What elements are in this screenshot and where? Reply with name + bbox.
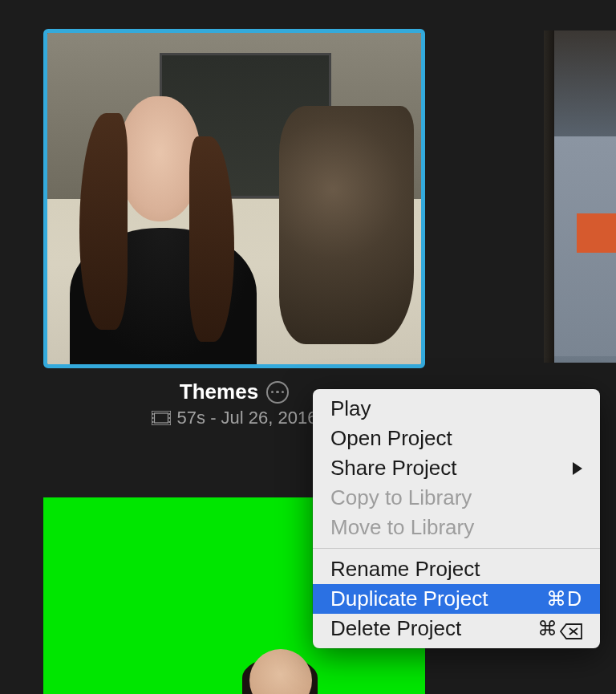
menu-shortcut: ⌘ — [537, 617, 582, 640]
project-meta: 57s - Jul 26, 2016 — [177, 408, 318, 428]
menu-item-label: Open Project — [330, 426, 452, 451]
menu-item-share-project[interactable]: Share Project — [313, 453, 600, 483]
menu-item-open-project[interactable]: Open Project — [313, 424, 600, 453]
project-duration: 57s — [177, 408, 205, 428]
more-actions-button[interactable] — [266, 381, 289, 404]
project-thumbnail[interactable] — [544, 30, 616, 363]
project-thumbnail-selected[interactable] — [43, 29, 425, 368]
menu-item-label: Play — [330, 396, 371, 421]
menu-item-label: Share Project — [330, 456, 457, 481]
menu-item-play[interactable]: Play — [313, 394, 600, 424]
delete-key-icon — [560, 621, 582, 637]
menu-item-delete-project[interactable]: Delete Project⌘ — [313, 614, 600, 643]
menu-separator — [313, 548, 600, 549]
thumbnail-image — [47, 33, 421, 364]
context-menu: PlayOpen ProjectShare ProjectCopy to Lib… — [313, 389, 600, 648]
project-date: Jul 26, 2016 — [221, 408, 318, 428]
menu-item-duplicate-project[interactable]: Duplicate Project⌘D — [313, 584, 600, 614]
menu-item-label: Copy to Library — [330, 485, 472, 510]
menu-item-move-to-library: Move to Library — [313, 513, 600, 542]
menu-item-copy-to-library: Copy to Library — [313, 483, 600, 513]
menu-item-label: Duplicate Project — [330, 586, 488, 611]
menu-item-label: Delete Project — [330, 616, 461, 641]
menu-item-rename-project[interactable]: Rename Project — [313, 554, 600, 584]
chevron-right-icon — [573, 462, 582, 475]
ellipsis-icon — [271, 391, 285, 394]
svg-rect-1 — [154, 413, 168, 423]
film-icon — [152, 411, 171, 425]
menu-item-label: Rename Project — [330, 557, 480, 582]
menu-shortcut: ⌘D — [546, 587, 582, 611]
menu-item-label: Move to Library — [330, 515, 474, 540]
project-title: Themes — [180, 379, 258, 404]
